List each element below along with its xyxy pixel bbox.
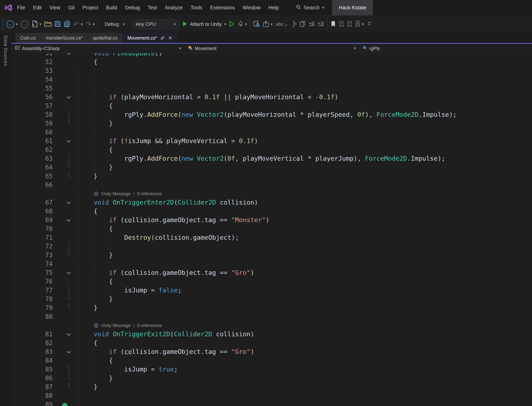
export-button[interactable]: ▾: [263, 21, 273, 28]
spell-check-button[interactable]: abc ✓: [276, 21, 288, 28]
code-line[interactable]: {: [94, 207, 98, 216]
clear-bookmarks-button[interactable]: ▾: [355, 21, 364, 28]
undo-button[interactable]: ↶ ▾: [74, 21, 83, 28]
menu-item-analyze[interactable]: Analyze: [161, 0, 187, 15]
code-line[interactable]: void OnTriggerEnter2D(Collider2D collisi…: [94, 198, 258, 207]
code-line[interactable]: {: [94, 339, 98, 347]
menu-item-tools[interactable]: Tools: [187, 0, 206, 15]
fold-chevron-icon[interactable]: [67, 349, 71, 354]
start-without-debugging-button[interactable]: [229, 21, 235, 28]
menu-item-build[interactable]: Build: [102, 0, 121, 15]
fold-chevron-icon[interactable]: [67, 53, 71, 55]
tab-coin-cs[interactable]: Coin.cs: [15, 33, 41, 43]
fold-chevron-icon[interactable]: [67, 332, 71, 336]
save-button[interactable]: [55, 21, 61, 28]
code-line[interactable]: }: [109, 295, 113, 304]
code-line[interactable]: void OnTriggerExit2D(Collider2D collisio…: [94, 330, 254, 339]
code-line[interactable]: }: [94, 383, 98, 391]
menu-item-test[interactable]: Test: [144, 0, 161, 15]
duplicate-lines-button[interactable]: [300, 21, 306, 28]
open-file-button[interactable]: [44, 21, 51, 28]
code-line[interactable]: Destroy(collision.gameObject);: [124, 233, 239, 242]
menu-item-edit[interactable]: Edit: [29, 0, 46, 15]
navigate-backward-button[interactable]: ← ▾: [6, 20, 18, 28]
chevron-down-icon[interactable]: ▾: [81, 22, 83, 26]
code-line[interactable]: if (!isJump && playMoveVertical > 0.1f): [109, 137, 258, 145]
codelens-content[interactable]: Unity Message|0 references: [94, 321, 162, 330]
codelens-references[interactable]: 0 references: [137, 321, 162, 330]
toolbar-overflow-button[interactable]: [367, 22, 372, 27]
code-line[interactable]: }: [109, 119, 113, 128]
solution-platform-select[interactable]: Any CPU ▾: [132, 19, 179, 29]
code-line[interactable]: isJump = false;: [124, 286, 182, 295]
menu-item-extensions[interactable]: Extensions: [206, 0, 239, 15]
breadcrumb-project-dropdown[interactable]: Assembly-CSharp ▾: [11, 44, 184, 53]
pin-icon[interactable]: [160, 36, 165, 40]
fold-chevron-icon[interactable]: [67, 138, 71, 143]
breadcrumb-type-dropdown[interactable]: Movement ▾: [184, 44, 358, 53]
breadcrumb-member-dropdown[interactable]: rgPly: [358, 44, 532, 53]
code-line[interactable]: rgPly.AddForce(new Vector2(playMoveHoriz…: [124, 110, 457, 119]
tab-movement-cs[interactable]: Movement.cs*✕: [123, 33, 177, 43]
fold-chevron-icon[interactable]: [67, 218, 71, 222]
chevron-down-icon[interactable]: ▾: [39, 22, 42, 26]
tab-spriterat-cs[interactable]: spriteRat.cs: [88, 33, 122, 43]
attach-to-unity-button[interactable]: Attach to Unity ▾: [182, 21, 226, 28]
chevron-down-icon[interactable]: ▾: [245, 22, 247, 26]
code-line[interactable]: rgPly.AddForce(new Vector2(0f, playMoveV…: [124, 154, 445, 163]
code-line[interactable]: if (collision.gameObject.tag == "Monster…: [109, 216, 270, 225]
next-bookmark-button[interactable]: [347, 21, 352, 28]
code-line[interactable]: {: [109, 277, 113, 286]
chevron-down-icon[interactable]: ▾: [16, 22, 18, 26]
codelens-unity-message[interactable]: Unity Message: [101, 321, 131, 330]
redo-button[interactable]: ↷ ▾: [86, 21, 95, 28]
new-file-button[interactable]: ▾: [32, 20, 42, 28]
solution-name-badge[interactable]: Hack-Kstate: [332, 0, 373, 15]
toggle-bookmark-button[interactable]: [331, 21, 336, 28]
menu-item-help[interactable]: Help: [265, 0, 283, 15]
menu-item-project[interactable]: Project: [79, 0, 102, 15]
chevron-down-icon[interactable]: ▾: [362, 22, 364, 26]
code-line[interactable]: }: [94, 172, 98, 181]
caret-navigation-button[interactable]: [291, 21, 297, 28]
fold-chevron-icon[interactable]: [67, 270, 71, 275]
code-editor[interactable]: 51void FixedUpdate()52{53545556if (playM…: [11, 53, 532, 406]
code-line[interactable]: {: [109, 145, 113, 154]
indent-increase-button[interactable]: [318, 21, 324, 28]
code-line[interactable]: void FixedUpdate(): [94, 53, 162, 58]
code-line[interactable]: if (collision.gameObject.tag == "Gro"): [109, 347, 254, 356]
chevron-down-icon[interactable]: ▾: [271, 22, 273, 26]
fold-chevron-icon[interactable]: [67, 200, 71, 204]
data-sources-tool-tab[interactable]: Data Sources: [3, 33, 8, 406]
codelens-references[interactable]: 0 references: [137, 189, 162, 198]
code-line[interactable]: {: [109, 356, 113, 365]
menu-item-file[interactable]: File: [13, 0, 29, 15]
menu-item-window[interactable]: Window: [239, 0, 265, 15]
hot-reload-button[interactable]: ▾: [238, 21, 247, 28]
solution-configuration-select[interactable]: Debug ▾: [101, 19, 129, 29]
menu-item-view[interactable]: View: [46, 0, 64, 15]
toolbar-grip[interactable]: [2, 19, 3, 30]
code-line[interactable]: }: [94, 304, 98, 312]
indent-decrease-button[interactable]: [308, 21, 315, 28]
previous-bookmark-button[interactable]: [339, 21, 344, 28]
code-line[interactable]: if (collision.gameObject.tag == "Gro"): [109, 268, 254, 277]
code-line[interactable]: {: [109, 102, 113, 110]
code-line[interactable]: }: [109, 374, 113, 383]
close-icon[interactable]: ✕: [168, 36, 172, 40]
chevron-down-icon[interactable]: ▾: [224, 22, 226, 26]
code-line[interactable]: }: [109, 251, 113, 260]
code-line[interactable]: if (playMoveHorizontal > 0.1f || playMov…: [109, 93, 338, 102]
code-line[interactable]: isJump = true;: [124, 365, 178, 374]
menu-item-git[interactable]: Git: [64, 0, 79, 15]
code-line[interactable]: {: [109, 225, 113, 233]
codelens-content[interactable]: Unity Message|0 references: [94, 189, 162, 198]
find-in-files-button[interactable]: [253, 21, 260, 28]
chevron-down-icon[interactable]: ▾: [93, 22, 95, 26]
search-button[interactable]: Search ▾: [296, 5, 324, 11]
navigate-forward-button[interactable]: →: [21, 20, 28, 28]
fold-chevron-icon[interactable]: [67, 94, 71, 99]
menu-item-debug[interactable]: Debug: [121, 0, 144, 15]
code-line[interactable]: {: [94, 58, 98, 66]
save-all-button[interactable]: [64, 21, 70, 28]
